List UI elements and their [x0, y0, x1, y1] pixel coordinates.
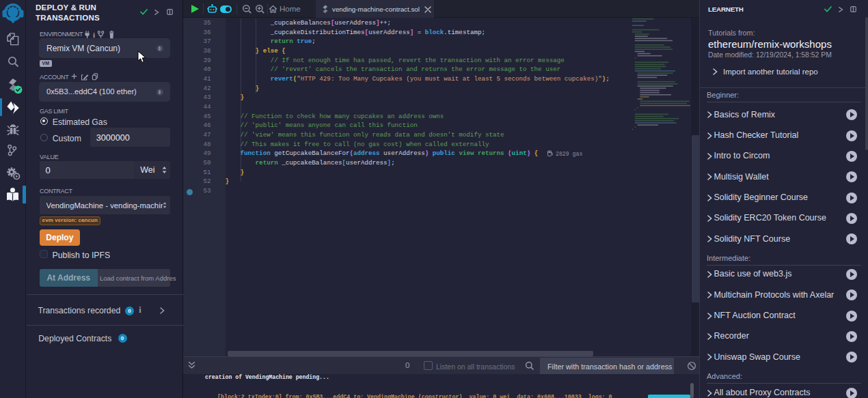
svg-text:i: i: [93, 31, 95, 39]
